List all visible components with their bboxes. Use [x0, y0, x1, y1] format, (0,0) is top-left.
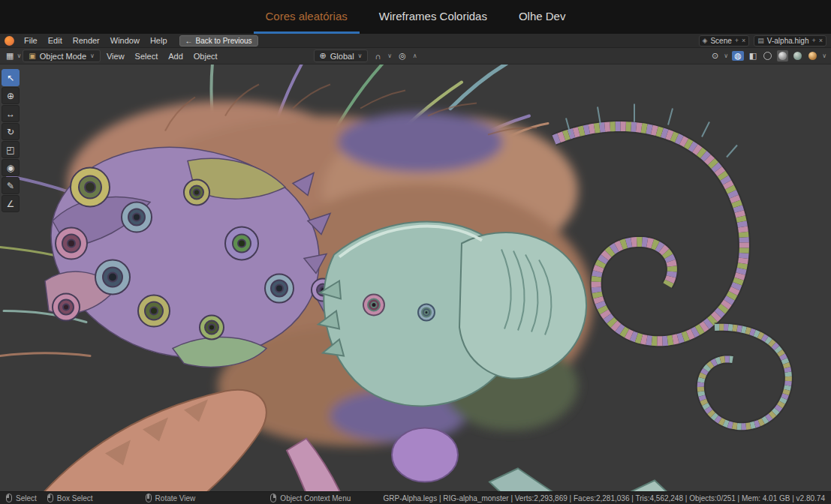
tail-spirals	[554, 104, 788, 427]
view-layer-selector[interactable]: ▤ V-alpha.high + ×	[754, 35, 826, 46]
scene-icon: ◈	[703, 37, 708, 44]
wireframe-sphere-icon	[763, 52, 772, 60]
orientation-dropdown[interactable]: ⊕ Global ∨	[314, 50, 369, 62]
viewport-header: ▦ ∨ ▣ Object Mode ∨ View Select Add Obje…	[0, 48, 831, 64]
left-mouse-drag-icon	[47, 494, 53, 502]
tool-transform[interactable]: ◉	[2, 159, 20, 176]
status-bar: Select Box Select Rotate View Object Con…	[0, 491, 831, 504]
mode-label: Object Mode	[40, 52, 86, 61]
blender-topbar: File Edit Render Window Help ← Back to P…	[0, 34, 831, 48]
scene-stats: GRP-Alpha.legs | RIG-alpha_monster | Ver…	[383, 494, 825, 502]
hint-rotate-view: Rotate View	[146, 494, 196, 502]
topbar-right: ◈ Scene + × ▤ V-alpha.high + ×	[699, 35, 828, 46]
menu-window[interactable]: Window	[106, 36, 144, 45]
blender-logo-icon	[5, 36, 14, 46]
menu-file[interactable]: File	[20, 36, 42, 45]
tool-move[interactable]: ↔	[2, 105, 20, 122]
left-mouse-icon	[6, 494, 12, 502]
editor-type-chevron-icon: ∨	[17, 52, 21, 59]
xray-toggle[interactable]: ◧	[748, 51, 758, 61]
back-arrow-icon: ←	[185, 37, 193, 45]
menu-help[interactable]: Help	[146, 36, 172, 45]
proportional-falloff-icon[interactable]: ∧	[413, 52, 417, 59]
hint-object-context-menu: Object Context Menu	[270, 494, 351, 502]
shading-rendered-button[interactable]	[807, 50, 818, 62]
snap-dropdown-chevron-icon[interactable]: ∨	[387, 52, 392, 59]
menu-object[interactable]: Object	[189, 52, 222, 61]
hint-box-select-label: Box Select	[57, 494, 93, 502]
solid-sphere-icon	[778, 52, 787, 60]
tool-annotate[interactable]: ✎	[2, 177, 20, 194]
window: Cores aleatórias Wireframes Coloridas Ol…	[0, 0, 831, 504]
chevron-down-icon: ∨	[358, 52, 363, 59]
gizmos-toggle[interactable]: ⊙	[710, 51, 720, 61]
shading-dropdown-chevron-icon[interactable]: ∨	[822, 52, 826, 59]
menu-edit[interactable]: Edit	[44, 36, 67, 45]
orientation-label: Global	[330, 52, 354, 61]
tool-measure[interactable]: ∠	[2, 195, 20, 212]
viewport-display-widgets: ⊙ ∨ ◍ ◧ ∨	[710, 50, 826, 62]
creature-render	[0, 64, 831, 491]
transform-widgets: ⊕ Global ∨ ∩ ∨ ◎ ∧	[314, 50, 417, 62]
overlays-toggle[interactable]: ◍	[732, 51, 744, 61]
tab-cores-aleatorias[interactable]: Cores aleatórias	[254, 0, 360, 34]
gizmos-dropdown-chevron-icon[interactable]: ∨	[724, 52, 728, 59]
hint-rotate-view-label: Rotate View	[155, 494, 196, 502]
proportional-editing-toggle[interactable]: ◎	[397, 51, 408, 61]
object-mode-icon: ▣	[29, 52, 35, 60]
chevron-down-icon: ∨	[90, 52, 95, 59]
scene-selector[interactable]: ◈ Scene + ×	[699, 35, 750, 46]
orientation-icon: ⊕	[320, 51, 327, 61]
view-layer-icon: ▤	[757, 37, 764, 44]
viewport-3d[interactable]: ↖ ⊕ ↔ ↻ ◰ ◉ ✎ ∠	[0, 64, 831, 491]
new-scene-button[interactable]: +	[735, 37, 739, 44]
scene-name: Scene	[710, 37, 731, 45]
tab-olhe-dev[interactable]: Olhe Dev	[507, 0, 578, 34]
menu-view[interactable]: View	[102, 52, 129, 61]
hint-box-select: Box Select	[47, 494, 93, 502]
editor-type-icon[interactable]: ▦	[5, 51, 15, 61]
tool-rotate[interactable]: ↻	[2, 123, 20, 140]
hint-object-context-menu-label: Object Context Menu	[280, 494, 351, 502]
hint-select: Select	[6, 494, 37, 502]
mode-dropdown[interactable]: ▣ Object Mode ∨	[23, 50, 101, 62]
new-view-layer-button[interactable]: +	[811, 37, 815, 44]
tool-cursor[interactable]: ⊕	[2, 87, 20, 104]
shading-solid-button[interactable]	[777, 50, 788, 62]
menu-select[interactable]: Select	[131, 52, 163, 61]
right-mouse-icon	[270, 494, 276, 502]
back-to-previous-label: Back to Previous	[196, 37, 252, 45]
menu-render[interactable]: Render	[68, 36, 104, 45]
tab-wireframes-coloridas[interactable]: Wireframes Coloridas	[367, 0, 499, 34]
material-sphere-icon	[793, 52, 802, 60]
hint-select-label: Select	[16, 494, 37, 502]
menu-add[interactable]: Add	[164, 52, 188, 61]
page-tab-bar: Cores aleatórias Wireframes Coloridas Ol…	[0, 0, 831, 34]
shading-wireframe-button[interactable]	[762, 50, 773, 62]
shading-material-button[interactable]	[792, 50, 803, 62]
tool-scale[interactable]: ◰	[2, 141, 20, 158]
remove-view-layer-button[interactable]: ×	[819, 37, 823, 44]
tool-column: ↖ ⊕ ↔ ↻ ◰ ◉ ✎ ∠	[2, 69, 20, 212]
close-scene-button[interactable]: ×	[742, 37, 745, 44]
snap-magnet-toggle[interactable]: ∩	[373, 52, 382, 61]
tool-select-box[interactable]: ↖	[2, 69, 20, 86]
middle-mouse-icon	[146, 494, 152, 502]
view-layer-name: V-alpha.high	[767, 37, 809, 45]
rendered-sphere-icon	[808, 52, 817, 60]
back-to-previous-button[interactable]: ← Back to Previous	[179, 35, 258, 46]
